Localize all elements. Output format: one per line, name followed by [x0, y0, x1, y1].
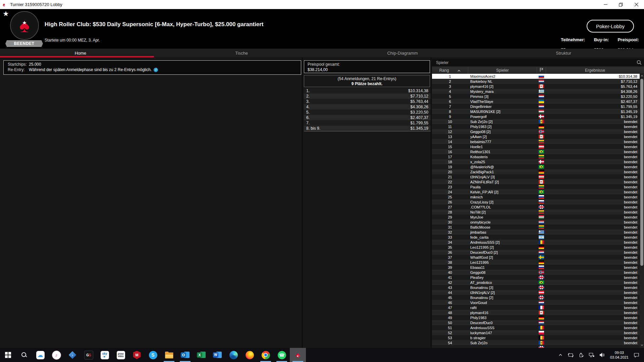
outlook-icon[interactable]	[177, 348, 193, 362]
table-row[interactable]: 8MASUR0N1KE [2]$1.345,19	[432, 109, 640, 114]
ggpoker-icon[interactable]	[80, 348, 97, 362]
table-row[interactable]: 5Pimmss [3]$3.220,50	[432, 94, 640, 99]
itunes-icon[interactable]	[48, 348, 64, 362]
table-row[interactable]: 15Hoelle1beendet	[432, 144, 640, 149]
table-row[interactable]: 46VoorGoudbeendet	[432, 300, 640, 305]
tab-home[interactable]: Home	[0, 49, 161, 57]
table-row[interactable]: 48plyman416beendet	[432, 310, 640, 315]
tab-tische[interactable]: Tische	[161, 49, 322, 57]
notifications-icon[interactable]	[634, 353, 639, 358]
table-row[interactable]: 17Kobasterisbeendet	[432, 154, 640, 159]
column-header-results[interactable]: Ergebnisse	[546, 67, 644, 73]
table-row[interactable]: 7DingeBrinker$1.799,55	[432, 104, 640, 109]
table-row[interactable]: 44t3hN1njALV [2]beendet	[432, 290, 640, 295]
skype-icon[interactable]	[145, 348, 161, 362]
table-row[interactable]: 25miknichbeendet	[432, 194, 640, 199]
column-header-rank[interactable]: Rang	[432, 67, 468, 73]
table-row[interactable]: 27.COM??LOLbeendet	[432, 204, 640, 209]
table-row[interactable]: 6VladTheSlaye$2.407,37	[432, 99, 640, 104]
table-row[interactable]: 23Pauilabeendet	[432, 184, 640, 189]
scrollbar[interactable]	[640, 74, 644, 348]
tab-struktur[interactable]: Struktur	[483, 49, 644, 57]
table-row[interactable]: 31BalticMoosebeendet	[432, 225, 640, 230]
close-icon[interactable]	[629, 0, 644, 9]
network-icon[interactable]	[589, 353, 594, 357]
chrome-icon[interactable]	[258, 348, 274, 362]
table-row[interactable]: 38Leo121995beendet	[432, 260, 640, 265]
scrollbar-thumb[interactable]	[640, 79, 643, 266]
table-row[interactable]: 24Kelvin_FP:AR [2]beendet	[432, 189, 640, 194]
table-row[interactable]: 4Mystery_mara$4.308,26	[432, 89, 640, 94]
table-row[interactable]: 45Bounatirou [2]beendet	[432, 295, 640, 300]
table-row[interactable]: 21t3hN1njALV [3]beendet	[432, 174, 640, 179]
player-search-input[interactable]	[432, 60, 634, 65]
table-row[interactable]: 32jimbarbasbeendet	[432, 230, 640, 235]
sky-icon[interactable]	[97, 348, 113, 362]
table-row[interactable]: 20ZackBigPack1beendet	[432, 169, 640, 174]
file-explorer-icon[interactable]	[161, 348, 177, 362]
table-row[interactable]: 40Geggo08beendet	[432, 270, 640, 275]
table-row[interactable]: 53b stragierbeendet	[432, 335, 640, 340]
word-icon[interactable]	[209, 348, 225, 362]
table-row[interactable]: 50DeuceofDuc0beendet	[432, 320, 640, 325]
prime-video-icon[interactable]	[113, 348, 129, 362]
restore-icon[interactable]	[613, 0, 629, 9]
table-row[interactable]: 22AZNInFiLtRaT [2]beendet	[432, 179, 640, 184]
table-row[interactable]	[432, 345, 640, 348]
table-row[interactable]: 52luckyman147beendet	[432, 330, 640, 335]
table-row[interactable]: 2Barkieboy NL$7.710,12	[432, 79, 640, 84]
usb-icon[interactable]	[579, 352, 584, 358]
table-row[interactable]: 1MaximusAces2$10.314,38	[432, 74, 640, 79]
tab-chip-diagramm[interactable]: Chip-Diagramm	[322, 49, 483, 57]
search-icon[interactable]	[634, 60, 644, 65]
table-row[interactable]: 12Geggo08 [2]beendet	[432, 129, 640, 134]
star-icon[interactable]: ★	[3, 10, 9, 18]
info-icon[interactable]: i	[154, 68, 158, 72]
table-row[interactable]: 13yAAwn [2]beendet	[432, 134, 640, 139]
table-row[interactable]: 39Ebaaa11beendet	[432, 265, 640, 270]
search-icon[interactable]	[16, 348, 32, 362]
start-icon[interactable]	[0, 348, 16, 362]
table-row[interactable]: 10Sub Ze)2o [2]beendet	[432, 119, 640, 124]
table-row[interactable]: 16Relthor1301beendet	[432, 149, 640, 154]
table-row[interactable]: 14bebaimis777beendet	[432, 139, 640, 144]
pokerstars-icon[interactable]	[290, 348, 306, 362]
table-row[interactable]: 28NoTilit [2]beendet	[432, 209, 640, 215]
table-row[interactable]: 30onmybicyclebeendet	[432, 220, 640, 225]
edge-icon[interactable]	[225, 348, 241, 362]
cast-icon[interactable]	[568, 353, 574, 358]
table-row[interactable]: 11Phily1983 [2]beendet	[432, 124, 640, 129]
table-row[interactable]: 41Plea5eybeendet	[432, 275, 640, 280]
table-row[interactable]: 29MynJoebeendet	[432, 215, 640, 220]
mcafee-icon[interactable]	[129, 348, 145, 362]
excel-icon[interactable]	[193, 348, 209, 362]
table-row[interactable]: 26CrazyLissy [2]beendet	[432, 199, 640, 204]
table-row[interactable]: 47rafttbeendet	[432, 305, 640, 310]
minimize-icon[interactable]	[598, 0, 613, 9]
table-row[interactable]: 19@NvalerioN@beendet	[432, 164, 640, 169]
table-row[interactable]: 51AndreiuuuSSSbeendet	[432, 325, 640, 330]
table-row[interactable]: 3plyman416 [2]$5.763,44	[432, 84, 640, 89]
table-row[interactable]: 34AndreiuuuSSS [2]beendet	[432, 240, 640, 245]
cards-icon[interactable]	[64, 348, 80, 362]
table-row[interactable]: 49Phily1983beendet	[432, 315, 640, 320]
column-header-flag[interactable]	[537, 67, 546, 73]
chevron-up-icon[interactable]	[558, 353, 563, 357]
table-row[interactable]: 9Powergolf$1.345,19	[432, 114, 640, 119]
column-header-player[interactable]: Spieler	[468, 67, 537, 73]
table-row[interactable]: 37WhatIfGod [2]beendet	[432, 255, 640, 260]
table-row[interactable]: 36DeuceofDuc0 [2]beendet	[432, 250, 640, 255]
icloud-icon[interactable]	[32, 348, 48, 362]
table-row[interactable]: 33fede_caritabeendet	[432, 235, 640, 240]
scroll-down-icon[interactable]	[640, 343, 644, 347]
firefox-icon[interactable]	[241, 348, 258, 362]
table-row[interactable]: 42AT_prodoticobeendet	[432, 280, 640, 285]
scroll-up-icon[interactable]	[640, 74, 644, 78]
table-row[interactable]: 18x_zola25beendet	[432, 159, 640, 164]
poker-lobby-button[interactable]: Poker-Lobby	[587, 20, 634, 33]
clock[interactable]: 09:0303.04.2021	[610, 350, 629, 360]
table-row[interactable]: 35Leo121995 [2]beendet	[432, 245, 640, 250]
table-row[interactable]: 54Sub Ze)2obeendet	[432, 340, 640, 345]
volume-icon[interactable]	[599, 353, 605, 357]
whatsapp-icon[interactable]	[274, 348, 290, 362]
